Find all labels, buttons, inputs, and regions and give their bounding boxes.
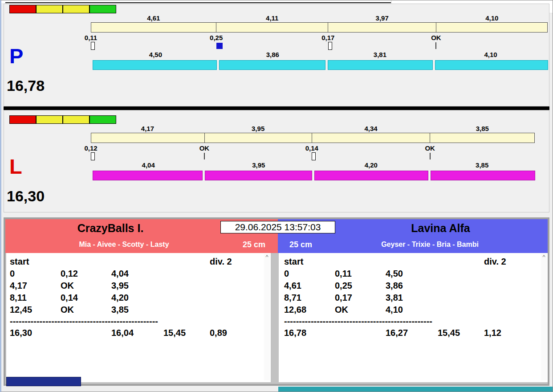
change-time: 0,12 (84, 144, 97, 152)
dog-time: 4,10 (386, 304, 438, 316)
blue-square-marker-icon (216, 43, 223, 49)
table-header-row: start div. 2 (10, 256, 271, 268)
split-bar-segment (216, 23, 328, 32)
cell-empty (335, 256, 386, 268)
results-panel: CrazyBalls I. Mia - Aivee - Scotty - Las… (4, 217, 549, 386)
best-time: 15,45 (438, 327, 484, 339)
team-left-jump-height: 25 cm (243, 240, 265, 249)
open-box-marker-icon (312, 152, 316, 160)
start-label: start (284, 256, 335, 268)
left-table-scrollbar[interactable]: ^ (264, 254, 270, 380)
lane-l-dog-times-row: 4,04 3,95 4,20 3,85 (93, 161, 535, 169)
start-light-yellow-1-icon (36, 5, 63, 13)
best-time: 15,45 (163, 327, 210, 339)
dog-time: 3,86 (386, 280, 438, 292)
change-time: OK (431, 34, 441, 41)
split-time: 3,95 (252, 125, 264, 132)
lane-l-split-bar (91, 133, 535, 143)
start-label: start (10, 256, 61, 268)
cell-empty (61, 256, 111, 268)
division-label: div. 2 (484, 256, 548, 268)
diff-time: 0,89 (210, 327, 271, 339)
dog-time: 4,04 (111, 268, 163, 280)
split-time: 4,11 (266, 14, 278, 22)
table-total-row: 16,30 16,04 15,45 0,89 (10, 327, 271, 339)
dog-time: 3,86 (266, 51, 279, 58)
start-light-yellow-2-icon (63, 115, 89, 124)
change-time: 0,12 (61, 268, 111, 280)
run-bar-segment (219, 60, 325, 70)
start-light-yellow-2-icon (63, 5, 89, 13)
timestamp: 29.06.2025 13:57:03 (220, 221, 335, 233)
start-light-green-icon (89, 5, 116, 13)
run-bar-segment (93, 171, 203, 180)
run-bar-segment (93, 60, 217, 70)
split-time: 4,17 (141, 125, 154, 132)
scroll-up-icon[interactable]: ^ (541, 254, 547, 260)
change-time: 0,11 (335, 268, 386, 280)
start-light-red-icon (9, 5, 36, 13)
table-total-row: 16,78 16,27 15,45 1,12 (284, 327, 548, 339)
split-bar-segment (436, 23, 547, 32)
right-table-scrollbar[interactable]: ^ (541, 254, 547, 380)
background-window-titlebar-fragment (6, 377, 81, 386)
lane-separator (4, 106, 549, 110)
net-time: 16,27 (386, 327, 438, 339)
change-time: 0,25 (335, 280, 386, 292)
split-bar-segment (204, 133, 312, 143)
split-time: 4,61 (147, 14, 160, 22)
lane-p-split-bar (91, 22, 548, 33)
split-bar-segment (91, 133, 204, 143)
team-right-subrow: 25 cm Geyser - Trixie - Bria - Bambi (278, 240, 548, 249)
tick-marker-icon (430, 153, 431, 159)
table-row: 12,68 OK 4,10 (284, 304, 548, 316)
lane-p-change-times-row: 0,11 0,25 0,17 OK (91, 34, 548, 41)
change-time: OK (335, 304, 386, 316)
results-right-table: start div. 2 0 0,11 4,50 4,61 0,25 3,86 … (279, 253, 548, 382)
cum-time: 4,61 (284, 280, 335, 292)
cell-empty (111, 256, 163, 268)
dog-time: 3,85 (111, 304, 163, 316)
lane-l-change-times-row: 0,12 OK 0,14 OK (91, 144, 535, 151)
run-bar-segment (435, 60, 548, 70)
split-bar-segment (91, 23, 216, 32)
table-separator: ----------------------------------------… (284, 316, 548, 327)
run-bar-segment (328, 60, 433, 70)
split-bar-segment (312, 133, 430, 143)
lane-p-change-markers-row (91, 42, 548, 51)
cum-time: 4,17 (10, 280, 61, 292)
dog-time: 4,20 (111, 292, 163, 304)
scroll-up-icon[interactable]: ^ (264, 254, 270, 260)
split-time: 3,85 (476, 125, 489, 132)
dog-time: 4,50 (386, 268, 438, 280)
lane-l-run-bar (93, 171, 535, 180)
change-time: 0,17 (335, 292, 386, 304)
lane-l-letter: L (9, 156, 22, 177)
run-bar-segment (205, 171, 312, 180)
dog-time: 3,85 (476, 161, 488, 169)
open-box-marker-icon (91, 152, 95, 160)
dog-time: 4,20 (365, 161, 378, 169)
cum-time: 12,68 (284, 304, 335, 316)
cum-time: 8,11 (10, 292, 61, 304)
dog-time: 4,50 (149, 51, 162, 58)
team-left-dogs: Mia - Aivee - Scotty - Lasty (5, 241, 243, 249)
total-time: 16,78 (284, 327, 335, 339)
total-time: 16,30 (10, 327, 61, 339)
dog-time: 3,95 (111, 280, 163, 292)
cum-time: 0 (10, 268, 61, 280)
lane-p-panel: 4,61 4,11 3,97 4,10 0,11 0,25 0,17 OK 4,… (4, 4, 549, 106)
lane-l-total-time: 16,30 (7, 188, 45, 204)
table-row: 0 0,11 4,50 (284, 268, 548, 280)
tick-marker-icon (204, 153, 205, 159)
background-window-bottom-strip (278, 387, 553, 392)
change-time: 0,11 (85, 34, 97, 41)
table-row: 0 0,12 4,04 (10, 268, 271, 280)
lane-p-run-bar (93, 60, 548, 70)
lane-l-panel: 4,17 3,95 4,34 3,85 0,12 OK 0,14 OK 4,04… (4, 110, 549, 212)
dog-time: 3,81 (374, 51, 386, 58)
tick-marker-icon (435, 42, 436, 49)
split-bar-segment (430, 133, 534, 143)
change-time: 0,25 (210, 34, 223, 41)
lane-l-split-times-row: 4,17 3,95 4,34 3,85 (91, 125, 535, 132)
